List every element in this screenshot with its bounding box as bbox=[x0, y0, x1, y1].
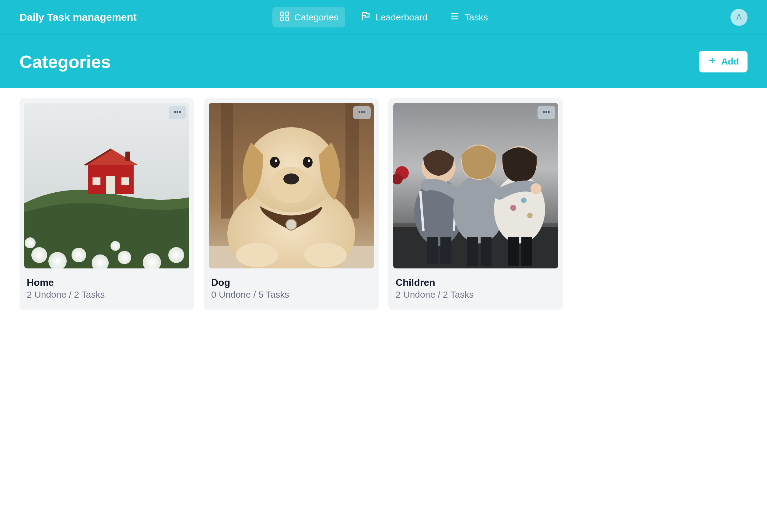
category-card-children[interactable]: Children 2 Undone / 2 Tasks bbox=[388, 98, 563, 310]
svg-rect-1 bbox=[285, 12, 289, 16]
svg-point-30 bbox=[361, 111, 363, 113]
nav-label: Tasks bbox=[464, 12, 488, 23]
card-title: Children bbox=[396, 277, 556, 288]
card-menu-button[interactable] bbox=[538, 106, 555, 119]
svg-point-22 bbox=[72, 248, 86, 262]
svg-point-45 bbox=[308, 159, 310, 162]
svg-point-37 bbox=[236, 243, 278, 267]
menu-icon bbox=[449, 11, 460, 24]
svg-point-31 bbox=[364, 111, 365, 113]
flag-icon bbox=[360, 11, 371, 24]
svg-point-20 bbox=[31, 247, 47, 263]
svg-point-48 bbox=[546, 111, 547, 113]
svg-point-66 bbox=[527, 213, 533, 218]
svg-rect-18 bbox=[121, 177, 129, 185]
card-title: Home bbox=[27, 277, 187, 288]
ellipsis-icon bbox=[173, 107, 182, 118]
svg-point-9 bbox=[174, 111, 176, 113]
svg-rect-0 bbox=[281, 12, 284, 16]
card-image bbox=[393, 103, 558, 268]
nav: Categories Leaderboard Tasks bbox=[272, 7, 495, 27]
card-body: Dog 0 Undone / 5 Tasks bbox=[209, 268, 374, 305]
subheader: Categories Add bbox=[0, 35, 767, 88]
svg-point-11 bbox=[179, 111, 181, 113]
svg-rect-69 bbox=[521, 237, 532, 266]
nav-tasks[interactable]: Tasks bbox=[443, 7, 495, 27]
svg-rect-58 bbox=[440, 237, 451, 264]
svg-point-47 bbox=[543, 111, 545, 113]
svg-point-43 bbox=[303, 157, 313, 168]
svg-point-26 bbox=[168, 247, 184, 263]
card-subtitle: 2 Undone / 2 Tasks bbox=[396, 289, 556, 300]
svg-point-49 bbox=[548, 111, 550, 113]
svg-point-44 bbox=[275, 159, 277, 162]
svg-point-42 bbox=[270, 157, 280, 168]
card-menu-button[interactable] bbox=[169, 106, 186, 119]
svg-rect-62 bbox=[481, 237, 492, 266]
svg-rect-68 bbox=[508, 237, 519, 266]
avatar[interactable]: A bbox=[730, 9, 748, 26]
svg-point-65 bbox=[521, 198, 527, 203]
svg-point-46 bbox=[286, 219, 297, 230]
svg-rect-2 bbox=[281, 17, 284, 20]
card-image bbox=[209, 103, 374, 268]
grid-icon bbox=[279, 11, 290, 24]
nav-categories[interactable]: Categories bbox=[272, 7, 345, 27]
svg-point-27 bbox=[25, 237, 36, 248]
card-image bbox=[24, 103, 189, 268]
app-title: Daily Task management bbox=[19, 11, 137, 23]
svg-point-10 bbox=[177, 111, 178, 113]
svg-rect-16 bbox=[106, 176, 115, 194]
svg-point-64 bbox=[510, 205, 516, 211]
add-button[interactable]: Add bbox=[699, 51, 748, 72]
category-grid: Home 2 Undone / 2 Tasks bbox=[0, 88, 767, 320]
add-button-label: Add bbox=[721, 56, 739, 67]
svg-point-40 bbox=[270, 167, 313, 203]
svg-rect-19 bbox=[125, 152, 130, 161]
card-body: Home 2 Undone / 2 Tasks bbox=[24, 268, 189, 305]
ellipsis-icon bbox=[541, 107, 551, 118]
nav-label: Leaderboard bbox=[376, 12, 427, 23]
svg-rect-3 bbox=[285, 17, 289, 20]
svg-rect-57 bbox=[427, 237, 438, 264]
svg-point-70 bbox=[531, 183, 541, 194]
card-body: Children 2 Undone / 2 Tasks bbox=[393, 268, 558, 305]
svg-rect-17 bbox=[93, 177, 100, 185]
svg-point-29 bbox=[359, 111, 360, 113]
card-title: Dog bbox=[211, 277, 371, 288]
svg-rect-34 bbox=[345, 103, 359, 219]
svg-point-24 bbox=[118, 251, 131, 264]
header-bar: Daily Task management Categories Leaderb… bbox=[0, 0, 767, 35]
card-menu-button[interactable] bbox=[353, 106, 371, 119]
page-title: Categories bbox=[19, 51, 111, 72]
svg-point-28 bbox=[110, 241, 120, 251]
nav-label: Categories bbox=[294, 12, 338, 23]
svg-rect-61 bbox=[467, 237, 478, 266]
card-subtitle: 0 Undone / 5 Tasks bbox=[211, 289, 371, 300]
plus-icon bbox=[707, 56, 717, 68]
svg-point-41 bbox=[283, 173, 299, 184]
svg-rect-33 bbox=[221, 103, 233, 219]
svg-point-38 bbox=[304, 243, 347, 267]
category-card-dog[interactable]: Dog 0 Undone / 5 Tasks bbox=[204, 98, 379, 310]
nav-leaderboard[interactable]: Leaderboard bbox=[354, 7, 434, 27]
card-subtitle: 2 Undone / 2 Tasks bbox=[27, 289, 187, 300]
ellipsis-icon bbox=[357, 107, 367, 118]
category-card-home[interactable]: Home 2 Undone / 2 Tasks bbox=[19, 98, 194, 310]
